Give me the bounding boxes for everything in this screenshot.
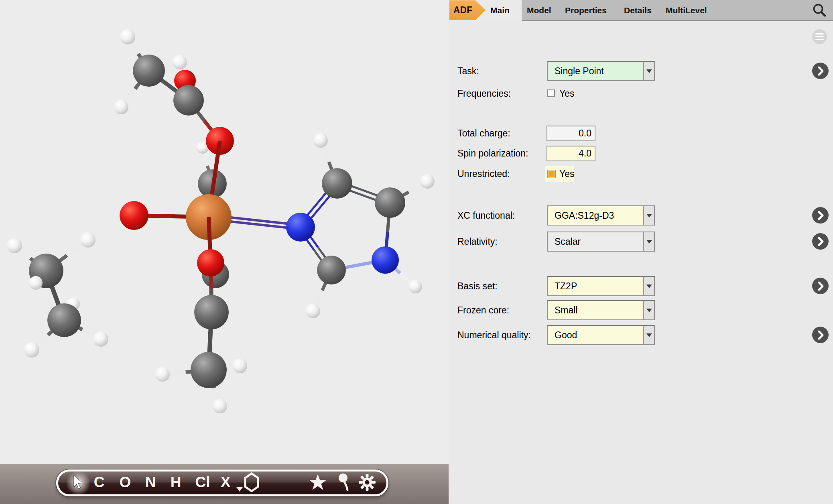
element-h-button[interactable]: H: [171, 475, 181, 490]
total-charge-label: Total charge:: [457, 127, 510, 139]
task-value: Single Point: [555, 66, 604, 77]
frozen-core-value: Small: [555, 305, 578, 316]
atom-h[interactable]: [80, 232, 95, 248]
atom-c[interactable]: [322, 168, 352, 199]
task-dropdown[interactable]: Single Point: [547, 61, 655, 81]
settings-panel: ADF Main Model Properties Details MultiL…: [449, 0, 833, 504]
atom-h[interactable]: [29, 276, 43, 290]
dropdown-arrow-icon[interactable]: [643, 62, 654, 80]
xc-functional-detail-button[interactable]: [812, 207, 829, 224]
balloon-icon: [338, 473, 350, 492]
gear-icon: [358, 473, 376, 492]
atom-h[interactable]: [213, 399, 227, 413]
task-detail-button[interactable]: [812, 63, 829, 79]
tab-multilevel[interactable]: MultiLevel: [666, 0, 707, 20]
unrestricted-label: Unrestricted:: [457, 168, 510, 180]
tab-properties[interactable]: Properties: [565, 0, 607, 20]
molecule-viewer[interactable]: C O N H Cl X: [0, 0, 449, 504]
pointer-tool-button[interactable]: [73, 475, 83, 491]
basis-set-detail-button[interactable]: [812, 278, 829, 294]
frozen-core-label: Frozen core:: [457, 304, 509, 316]
numerical-quality-value: Good: [555, 330, 577, 341]
atom-c[interactable]: [133, 55, 165, 87]
ring-tool-button[interactable]: [244, 472, 260, 494]
atom-h[interactable]: [120, 29, 135, 45]
basis-set-dropdown[interactable]: TZ2P: [547, 276, 655, 296]
atom-h[interactable]: [313, 133, 328, 148]
atom-h[interactable]: [420, 174, 435, 189]
settings-tool-button[interactable]: [358, 473, 376, 493]
atom-n[interactable]: [286, 213, 315, 242]
numerical-quality-dropdown[interactable]: Good: [547, 325, 655, 345]
basis-set-value: TZ2P: [555, 281, 577, 292]
atom-c[interactable]: [47, 303, 81, 337]
element-toolbar: C O N H Cl X: [56, 469, 388, 496]
atom-c[interactable]: [191, 352, 227, 388]
atom-c[interactable]: [173, 85, 204, 116]
star-tool-button[interactable]: [309, 474, 327, 493]
xc-functional-dropdown[interactable]: GGA:S12g-D3: [547, 205, 655, 226]
atom-c[interactable]: [317, 256, 346, 285]
dropdown-arrow-icon[interactable]: [643, 206, 654, 225]
molecule-render[interactable]: [0, 0, 449, 464]
xc-functional-value: GGA:S12g-D3: [555, 210, 614, 221]
atom-h[interactable]: [173, 55, 187, 69]
element-picker-dropdown-icon[interactable]: [236, 487, 243, 492]
relativity-dropdown[interactable]: Scalar: [547, 232, 655, 252]
frequencies-label: Frequencies:: [457, 87, 511, 100]
atom-o[interactable]: [120, 201, 148, 230]
balloon-tool-button[interactable]: [338, 473, 350, 493]
element-c-button[interactable]: C: [94, 475, 105, 490]
frequencies-option-label[interactable]: Yes: [559, 87, 575, 100]
spin-polarization-input[interactable]: 4.0: [547, 146, 595, 161]
frequencies-checkbox[interactable]: [547, 89, 555, 97]
tab-model[interactable]: Model: [527, 0, 551, 20]
atom-n[interactable]: [372, 246, 399, 274]
atom-h[interactable]: [114, 100, 128, 114]
total-charge-input[interactable]: 0.0: [547, 126, 595, 141]
numerical-quality-detail-button[interactable]: [812, 327, 829, 343]
atom-h[interactable]: [306, 304, 320, 318]
element-o-button[interactable]: O: [120, 475, 131, 490]
hexagon-ring-icon: [244, 472, 260, 492]
ams-input-window: C O N H Cl X: [0, 0, 833, 504]
atom-h[interactable]: [24, 342, 39, 358]
dropdown-arrow-icon[interactable]: [643, 326, 654, 344]
star-icon: [309, 474, 327, 491]
tab-details[interactable]: Details: [624, 0, 652, 20]
frozen-core-dropdown[interactable]: Small: [547, 300, 655, 320]
task-label: Task:: [457, 65, 479, 77]
adf-badge-label: ADF: [449, 5, 472, 16]
element-n-button[interactable]: N: [145, 475, 156, 490]
atom-c[interactable]: [375, 187, 405, 218]
unrestricted-checkbox[interactable]: [548, 170, 555, 178]
tab-main[interactable]: Main: [490, 0, 510, 20]
atom-c[interactable]: [194, 295, 229, 329]
relativity-detail-button[interactable]: [812, 233, 829, 250]
relativity-label: Relativity:: [457, 236, 498, 248]
atom-h[interactable]: [93, 331, 108, 347]
tab-bar: ADF Main Model Properties Details MultiL…: [449, 0, 833, 21]
search-icon[interactable]: [812, 3, 827, 18]
atom-h[interactable]: [408, 280, 422, 293]
relativity-value: Scalar: [555, 236, 581, 247]
atom-h[interactable]: [155, 367, 170, 382]
atom-h[interactable]: [7, 238, 22, 253]
element-cl-button[interactable]: Cl: [195, 475, 210, 490]
numerical-quality-label: Numerical quality:: [457, 329, 531, 341]
dropdown-arrow-icon[interactable]: [643, 301, 654, 319]
atom-o[interactable]: [197, 249, 224, 276]
basis-set-label: Basis set:: [457, 280, 498, 292]
cursor-icon: [73, 475, 83, 490]
spin-polarization-label: Spin polarization:: [457, 147, 528, 159]
unrestricted-option-label[interactable]: Yes: [559, 168, 575, 180]
xc-functional-label: XC functional:: [457, 209, 515, 222]
element-picker-button[interactable]: X: [221, 475, 231, 490]
hamburger-menu-icon[interactable]: [812, 29, 827, 44]
dropdown-arrow-icon[interactable]: [643, 277, 654, 295]
dropdown-arrow-icon[interactable]: [643, 232, 654, 251]
atom-h[interactable]: [233, 359, 247, 373]
